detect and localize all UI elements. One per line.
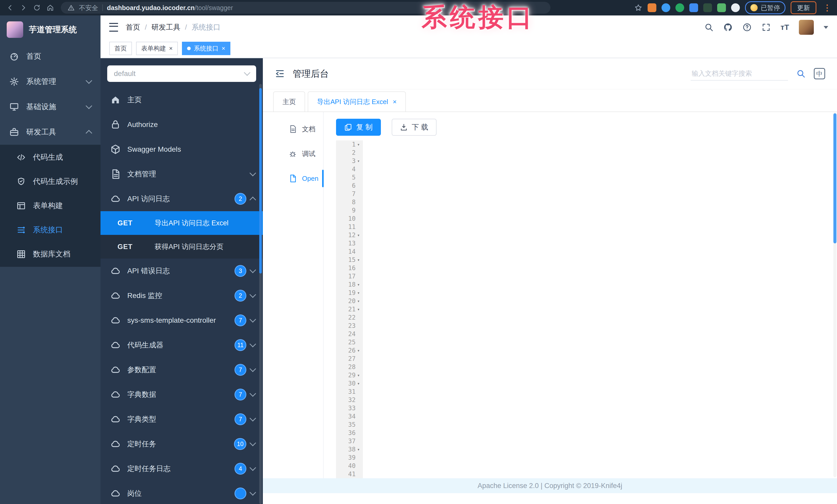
fold-arrow-icon[interactable]: ▾: [356, 305, 361, 313]
fold-arrow-icon[interactable]: ▾: [356, 445, 361, 453]
extension-icon[interactable]: [647, 3, 656, 12]
sidebar-submenu-item[interactable]: 代码生成示例: [0, 169, 101, 194]
download-button[interactable]: 下 载: [392, 119, 437, 136]
fold-arrow-icon[interactable]: ▾: [356, 256, 361, 264]
help-icon[interactable]: [743, 23, 752, 32]
sidebar-menu-item[interactable]: 系统管理: [0, 69, 101, 94]
line-number: 11: [336, 223, 363, 231]
group-label: Redis 监控: [127, 291, 162, 301]
paused-extension-pill[interactable]: 已暂停: [745, 1, 785, 14]
language-icon[interactable]: 中: [814, 68, 825, 79]
close-icon[interactable]: ×: [169, 45, 173, 52]
breadcrumb-item[interactable]: 系统接口: [180, 22, 220, 32]
fold-arrow-icon[interactable]: ▾: [356, 379, 361, 388]
fold-arrow-icon[interactable]: ▾: [356, 157, 361, 165]
swagger-group-item[interactable]: 定时任务 10: [101, 432, 263, 456]
swagger-group-item[interactable]: 岗位: [101, 481, 263, 504]
code-editor[interactable]: 1 ▾ 2 3 ▾ 4: [336, 141, 837, 478]
group-icon: [110, 389, 121, 400]
swagger-group-item[interactable]: 字典数据 7: [101, 382, 263, 407]
sidebar-submenu-item[interactable]: 数据库文档: [0, 242, 101, 266]
swagger-operation-item[interactable]: GET 导出API 访问日志 Excel: [101, 211, 263, 235]
reload-icon[interactable]: [31, 2, 43, 14]
swagger-group-item[interactable]: Redis 监控 2: [101, 283, 263, 308]
content-scrollbar-thumb[interactable]: [833, 113, 836, 243]
font-size-icon[interactable]: тT: [781, 23, 789, 32]
extension-icon[interactable]: [717, 3, 726, 12]
tag-tab[interactable]: 系统接口 ×: [182, 42, 230, 55]
bookmark-star-icon[interactable]: [634, 4, 642, 12]
group-icon: [110, 144, 121, 154]
fold-arrow-icon[interactable]: ▾: [356, 280, 361, 289]
close-icon[interactable]: ×: [393, 98, 397, 106]
doc-search-input[interactable]: [691, 67, 788, 81]
sidebar-submenu-item[interactable]: 代码生成: [0, 145, 101, 169]
tag-tab[interactable]: 首页: [109, 42, 132, 55]
sidebar-menu-item[interactable]: 首页: [0, 44, 101, 69]
address-bar[interactable]: 不安全 dashboard.yudao.iocoder.cn/tool/swag…: [61, 2, 550, 14]
sidebar-menu-item[interactable]: 基础设施: [0, 94, 101, 119]
breadcrumb-item[interactable]: 研发工具: [140, 22, 180, 32]
chevron-icon: [86, 77, 92, 84]
swagger-operation-item[interactable]: GET 获得API 访问日志分页: [101, 235, 263, 259]
avatar-caret-icon[interactable]: [824, 26, 828, 29]
copy-button[interactable]: 复 制: [336, 119, 381, 136]
fold-arrow-icon[interactable]: ▾: [356, 347, 361, 355]
app-logo[interactable]: 芋道管理系统: [0, 16, 101, 44]
api-group-select[interactable]: default: [107, 66, 256, 82]
github-icon[interactable]: [723, 23, 733, 32]
extension-icon[interactable]: [703, 3, 712, 12]
doc-menu-item[interactable]: 调试: [263, 142, 323, 166]
fold-arrow-icon[interactable]: ▾: [356, 289, 361, 297]
forward-icon[interactable]: [18, 2, 29, 14]
update-label: 更新: [797, 4, 810, 12]
doc-tab[interactable]: 导出API 访问日志 Excel ×: [308, 91, 406, 112]
fold-arrow-icon[interactable]: ▾: [356, 371, 361, 379]
search-icon[interactable]: [704, 23, 714, 32]
extension-icon[interactable]: [731, 3, 740, 12]
swagger-group-item[interactable]: sys-sms-template-controller 7: [101, 308, 263, 333]
back-icon[interactable]: [4, 2, 16, 14]
code-line: [370, 330, 837, 338]
fullscreen-icon[interactable]: [762, 23, 771, 32]
sidebar-menu-item[interactable]: 研发工具: [0, 119, 101, 145]
swagger-group-item[interactable]: 字典类型 7: [101, 407, 263, 432]
navbar: 首页研发工具系统接口 тT: [101, 16, 837, 39]
user-avatar[interactable]: [799, 20, 814, 35]
sidebar-submenu-item[interactable]: 系统接口: [0, 218, 101, 242]
doc-tab[interactable]: 主页: [273, 91, 305, 112]
collapse-sidebar-icon[interactable]: [275, 69, 285, 79]
extension-icon[interactable]: [689, 3, 698, 12]
breadcrumb-item[interactable]: 首页: [126, 22, 140, 32]
doc-search-icon[interactable]: [796, 69, 805, 78]
swagger-group-item[interactable]: Authorize: [101, 112, 263, 137]
swagger-group-item[interactable]: API 错误日志 3: [101, 259, 263, 283]
swagger-group-item[interactable]: 文档管理: [101, 162, 263, 186]
doc-menu-item[interactable]: Open: [263, 166, 323, 191]
fold-arrow-icon[interactable]: ▾: [356, 297, 361, 305]
doc-menu-item[interactable]: 文档: [263, 117, 323, 142]
swagger-group-item[interactable]: Swagger Models: [101, 137, 263, 162]
swagger-group-item[interactable]: 参数配置 7: [101, 357, 263, 382]
swagger-group-item[interactable]: API 访问日志 2: [101, 186, 263, 211]
line-number: 21 ▾: [336, 305, 363, 313]
close-icon[interactable]: ×: [221, 45, 225, 52]
http-method-label: GET: [118, 219, 143, 227]
fold-arrow-icon[interactable]: ▾: [356, 231, 361, 239]
sidebar-scrollbar-thumb[interactable]: [259, 88, 262, 274]
url-host: dashboard.yudao.iocoder.cn: [107, 4, 195, 11]
extension-icon[interactable]: [661, 3, 670, 12]
swagger-group-item[interactable]: 主页: [101, 88, 263, 112]
sidebar-submenu-item[interactable]: 表单构建: [0, 194, 101, 218]
line-number: 37: [336, 437, 363, 445]
swagger-group-item[interactable]: 定时任务日志 4: [101, 456, 263, 481]
hamburger-icon[interactable]: [109, 23, 118, 32]
swagger-group-item[interactable]: 代码生成器 11: [101, 333, 263, 357]
extension-icon[interactable]: [675, 3, 684, 12]
browser-update-button[interactable]: 更新: [790, 1, 816, 14]
browser-menu-icon[interactable]: ⋮: [821, 3, 833, 13]
tag-tab[interactable]: 表单构建 ×: [136, 42, 178, 55]
app-sidebar: 芋道管理系统 首页 系统管理 基础设施 研发工具: [0, 16, 101, 504]
fold-arrow-icon[interactable]: ▾: [356, 141, 361, 149]
home-icon[interactable]: [44, 2, 56, 14]
